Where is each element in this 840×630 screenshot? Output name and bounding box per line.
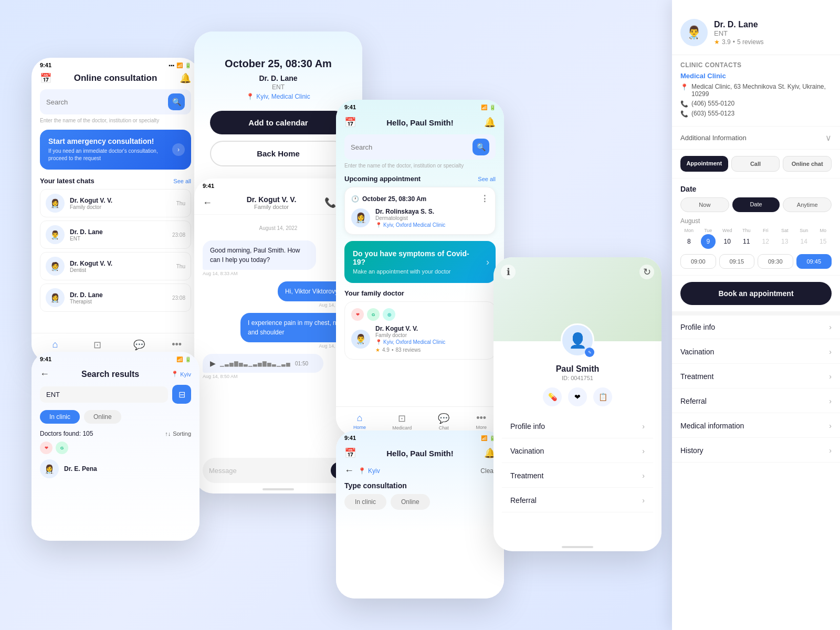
tab-now[interactable]: Now xyxy=(680,197,729,212)
covid-banner[interactable]: Do you have symptoms of Covid-19? Make a… xyxy=(344,241,496,283)
p1-title: Online consultation xyxy=(51,73,180,83)
menu-profile-info-rp[interactable]: Profile info › xyxy=(672,316,840,339)
pin-icon: 📍 xyxy=(171,371,178,377)
additional-info-row[interactable]: Additional Information ∨ xyxy=(672,127,840,150)
see-all-chats[interactable]: See all xyxy=(173,178,191,184)
tab-anytime[interactable]: Anytime xyxy=(783,197,832,212)
time-slot-0945[interactable]: 09:45 xyxy=(796,254,832,269)
search-input-p4[interactable] xyxy=(351,143,468,151)
doctor-name: Dr. D. Lane xyxy=(714,20,764,29)
menu-referral[interactable]: Referral › xyxy=(502,489,653,512)
location: 📍 Kyiv, Oxford Medical Clinic xyxy=(375,339,445,345)
action-btn-3[interactable]: 📋 xyxy=(593,387,612,406)
day-label: Fri xyxy=(763,228,769,233)
nav-medicard[interactable]: ⊡ Medicard xyxy=(392,413,412,430)
options-icon[interactable]: ⋮ xyxy=(480,194,489,204)
search-button-p4[interactable]: 🔍 xyxy=(472,139,489,155)
back-button[interactable]: ← xyxy=(344,465,354,476)
sorting-button[interactable]: ↑↓ Sorting xyxy=(165,430,191,437)
clinic-address: 📍 Medical Clinic, 63 Mechnikova St. Kyiv… xyxy=(680,83,832,98)
menu-referral-rp[interactable]: Referral › xyxy=(672,390,840,413)
tab-in-clinic[interactable]: In clinic xyxy=(344,494,386,510)
avatar: 🧑‍⚕️ xyxy=(46,257,65,276)
chat-item[interactable]: 🧑‍⚕️ Dr. Kogut V. V. Dentist Thu xyxy=(40,252,191,280)
brand-filter-red[interactable]: ❤ xyxy=(40,442,52,454)
appointment-card[interactable]: 🕐 October 25, 08:30 Am ⋮ 👩‍⚕️ Dr. Rolins… xyxy=(344,187,496,235)
chat-name: Dr. Kogut V. V. xyxy=(70,197,171,204)
time-slot-0900[interactable]: 09:00 xyxy=(680,254,716,269)
phone-online-consultation: 9:41 ▪▪▪ 📶 🔋 📅 Online consultation 🔔 🔍 E… xyxy=(32,58,200,362)
location: 📍 Kyiv, Oxford Medical Clinic xyxy=(375,222,445,228)
location: 📍 Kyiv, Medical Clinic xyxy=(210,93,346,100)
tab-in-clinic[interactable]: In clinic xyxy=(40,410,80,424)
message-sent: Hi, Viktor Viktorovych! Aug 14, 8:42 AM xyxy=(203,281,354,308)
phone-icon[interactable]: 📞 xyxy=(324,197,336,208)
brand-green: G xyxy=(367,308,380,321)
status-icons-p1: ▪▪▪ 📶 🔋 xyxy=(169,62,191,68)
menu-vacination[interactable]: Vacination › xyxy=(502,439,653,463)
chat-info: Dr. Kogut V. V. Dentist xyxy=(70,260,171,273)
back-button[interactable]: ← xyxy=(203,197,212,208)
back-home-button[interactable]: Back Home xyxy=(210,141,346,166)
action-btn-1[interactable]: 💊 xyxy=(543,387,562,406)
doctor-name: Dr. Rolinskaya S. S. xyxy=(375,208,445,215)
search-field[interactable] xyxy=(40,386,168,403)
book-appointment-button[interactable]: Book an appointment xyxy=(680,282,832,305)
emergency-banner[interactable]: Start amergency consultation! If you nee… xyxy=(40,130,191,170)
chats-section-header: Your latest chats See all xyxy=(32,177,200,185)
search-input[interactable] xyxy=(46,98,164,106)
play-icon[interactable]: ▶ xyxy=(210,359,216,368)
day-number[interactable]: 11 xyxy=(739,234,754,249)
tab-online[interactable]: Online xyxy=(84,410,121,424)
day-number[interactable]: 15 xyxy=(816,234,831,249)
chat-item[interactable]: 👨‍⚕️ Dr. D. Lane ENT 23:08 xyxy=(40,220,191,249)
refresh-icon[interactable]: ↻ xyxy=(639,265,654,279)
date-divider: August 14, 2022 xyxy=(203,225,354,231)
nav-more[interactable]: ••• More xyxy=(476,413,487,430)
doctor-result[interactable]: 👩‍⚕️ Dr. E. Pena xyxy=(32,455,200,482)
tab-online[interactable]: Online xyxy=(391,494,430,510)
message-placeholder[interactable]: Message xyxy=(209,467,327,475)
see-all-upcoming[interactable]: See all xyxy=(478,176,496,182)
menu-profile-info[interactable]: Profile info › xyxy=(502,415,653,438)
bell-icon: 🔔 xyxy=(484,117,496,128)
day-label: Mo xyxy=(820,228,826,233)
menu-treatment-rp[interactable]: Treatment › xyxy=(672,365,840,388)
tab-online-chat[interactable]: Online chat xyxy=(783,156,832,172)
day-number[interactable]: 14 xyxy=(796,234,811,249)
avatar: 👨‍⚕️ xyxy=(46,225,65,244)
time-p5: 9:41 xyxy=(40,356,51,362)
tab-appointment[interactable]: Appointment xyxy=(680,156,728,172)
day-number[interactable]: 8 xyxy=(681,234,696,249)
chat-item[interactable]: 👩‍⚕️ Dr. D. Lane Therapist 23:08 xyxy=(40,284,191,312)
menu-history-rp[interactable]: History › xyxy=(672,439,840,463)
back-button[interactable]: ← xyxy=(40,369,49,380)
chats-title: Your latest chats xyxy=(40,177,94,185)
tab-call[interactable]: Call xyxy=(731,156,780,172)
search-button[interactable]: 🔍 xyxy=(168,93,185,110)
menu-treatment[interactable]: Treatment › xyxy=(502,464,653,488)
time-slot-0915[interactable]: 09:15 xyxy=(719,254,755,269)
chevron-right-icon: › xyxy=(829,422,832,430)
nav-chat[interactable]: 💬 Chat xyxy=(438,413,449,430)
filter-button[interactable]: ⊟ xyxy=(172,385,191,404)
tab-date[interactable]: Date xyxy=(732,197,780,212)
edit-avatar-badge[interactable]: ✎ xyxy=(585,348,594,357)
brand-filter-green[interactable]: G xyxy=(56,442,68,454)
action-btn-2[interactable]: ❤ xyxy=(568,387,587,406)
time-slot-0930[interactable]: 09:30 xyxy=(758,254,793,269)
day-number[interactable]: 13 xyxy=(778,234,792,249)
chat-item[interactable]: 👩‍⚕️ Dr. Kogut V. V. Family doctor Thu xyxy=(40,189,191,217)
menu-vacination-rp[interactable]: Vacination › xyxy=(672,340,840,364)
audio-bubble: ▶ ▁▃▅▇▅▃▁▃▅▇▅▃▁▃▅ 01:50 xyxy=(203,354,323,373)
day-number[interactable]: 12 xyxy=(758,234,773,249)
nav-home[interactable]: ⌂ Home xyxy=(353,413,366,430)
chat-name: Dr. D. Lane xyxy=(70,291,167,299)
menu-medical-info-rp[interactable]: Medical information › xyxy=(672,414,840,438)
day-number[interactable]: 10 xyxy=(720,234,734,249)
family-doctor-card[interactable]: ❤ G ◎ 👨‍⚕️ Dr. Kogut V. V. Family doctor… xyxy=(344,301,496,360)
message-time: Aug 14, 8:50 AM xyxy=(203,374,354,379)
search-results-header: ← Search results 📍 Kyiv xyxy=(32,364,200,382)
add-to-calendar-button[interactable]: Add to calendar xyxy=(210,111,346,134)
day-number[interactable]: 9 xyxy=(701,234,716,249)
